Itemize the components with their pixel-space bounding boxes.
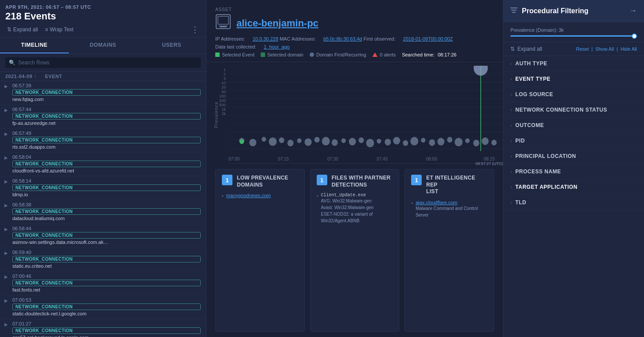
search-wrap: 🔍 — [5, 57, 201, 68]
svg-point-20 — [279, 137, 284, 143]
reset-button[interactable]: Reset — [576, 46, 589, 52]
event-row[interactable]: ▶ 06:57:49 NETWORK_CONNECTION rts.ssl2.d… — [0, 129, 206, 153]
search-input[interactable] — [18, 60, 197, 66]
event-row[interactable]: ▶ 06:58:44 NETWORK_CONNECTION asimov-win… — [0, 224, 206, 248]
data-last-value[interactable]: 1_hour_ago — [264, 44, 290, 49]
mac-value[interactable]: b5:0c:8b:30:63:4d — [323, 36, 362, 41]
filter-item[interactable]: › PRINCIPAL LOCATION — [503, 149, 644, 164]
first-observed-label: First observed: — [363, 36, 396, 41]
event-time: 06:59:40 — [12, 250, 201, 255]
et-domain-link[interactable]: ajax.cloudflare.com — [416, 200, 487, 205]
domain-link-1[interactable]: manygoodnews.com — [226, 193, 271, 198]
filter-chevron: › — [510, 77, 512, 82]
arrow-right-icon[interactable]: → — [629, 6, 637, 15]
event-row[interactable]: ▶ 06:58:04 NETWORK_CONNECTION cloudfront… — [0, 153, 206, 176]
svg-point-22 — [297, 139, 302, 143]
svg-point-41 — [465, 139, 470, 143]
asset-meta: IP Addresses: 10.0.30.228 MAC Addresses:… — [215, 36, 494, 41]
expand-arrow: ▶ — [4, 274, 8, 279]
svg-point-45 — [474, 66, 488, 76]
tab-timeline[interactable]: TIMELINE — [0, 37, 69, 53]
svg-point-31 — [377, 139, 381, 144]
filter-item[interactable]: › TARGET APPLICATION — [503, 180, 644, 195]
asset-label: ASSET — [215, 7, 494, 12]
card-item-3: • ajax.cloudflare.com Malware Command an… — [411, 200, 487, 218]
right-header: Procedural Filtering → — [503, 0, 644, 22]
svg-point-39 — [447, 137, 453, 142]
kebab-menu-button[interactable]: ⋮ — [189, 25, 201, 34]
asset-name[interactable]: alice-benjamin-pc — [236, 18, 318, 29]
filter-item[interactable]: › OUTCOME — [503, 118, 644, 133]
event-domain: static-doubleclick-net.l.google.com — [12, 311, 201, 316]
expand-arrow: ▶ — [4, 155, 8, 160]
filter-chevron: › — [510, 139, 512, 143]
svg-point-25 — [322, 137, 330, 145]
selected-domain-dot — [261, 52, 265, 57]
col-date-header[interactable]: 2021-04-09 ↑ — [5, 74, 45, 79]
tab-domains[interactable]: DOMAINS — [69, 37, 138, 53]
ip-value[interactable]: 10.0.30.228 — [253, 36, 278, 41]
domain-first-dot — [310, 52, 314, 57]
svg-point-17 — [249, 139, 256, 146]
svg-point-38 — [438, 138, 445, 146]
tab-users[interactable]: USERS — [137, 37, 206, 53]
event-row[interactable]: ▶ 06:58:38 NETWORK_CONNECTION datacloud.… — [0, 200, 206, 224]
chart-svg — [228, 66, 503, 154]
filter-item-label: AUTH TYPE — [515, 60, 547, 67]
data-last-meta: Data last collected: 1_hour_ago — [215, 44, 494, 49]
search-icon: 🔍 — [9, 60, 15, 66]
filter-item[interactable]: › EVENT TYPE — [503, 71, 644, 87]
event-row[interactable]: ▶ 07:00:53 NETWORK_CONNECTION static-dou… — [0, 296, 206, 319]
event-badge: NETWORK_CONNECTION — [12, 327, 201, 334]
wrap-text-button[interactable]: ≡ Wrap Text — [43, 26, 75, 34]
event-row[interactable]: ▶ 06:58:14 NETWORK_CONNECTION ldmp.io — [0, 176, 206, 200]
event-time: 07:01:27 — [12, 321, 201, 326]
filter-item[interactable]: › PROCESS NAME — [503, 164, 644, 180]
card-count-3: 1 — [411, 175, 422, 185]
svg-point-34 — [403, 140, 408, 146]
svg-point-24 — [315, 137, 320, 142]
right-panel: Procedural Filtering → Prevalence (Domai… — [503, 0, 644, 337]
alerts-dot — [372, 52, 378, 57]
event-badge: NETWORK_CONNECTION — [12, 137, 201, 143]
hide-all-button[interactable]: Hide All — [621, 46, 637, 52]
asset-icon — [215, 14, 231, 33]
event-domain: new.fqtag.com — [12, 97, 201, 102]
event-badge: NETWORK_CONNECTION — [12, 303, 201, 310]
slider-thumb — [632, 34, 637, 39]
date-range: APR 9TH, 2021: 06:57 – 08:57 UTC — [5, 4, 201, 10]
filter-item-label: TLD — [515, 199, 526, 206]
filter-item[interactable]: › TLD — [503, 195, 644, 210]
filter-chevron: › — [510, 123, 512, 128]
show-all-button[interactable]: Show All — [595, 46, 614, 52]
event-row[interactable]: ▶ 06:57:39 NETWORK_CONNECTION new.fqtag.… — [0, 81, 206, 105]
event-row[interactable]: ▶ 06:59:40 NETWORK_CONNECTION static.eu.… — [0, 248, 206, 272]
tabs-bar: TIMELINE DOMAINS USERS — [0, 37, 206, 54]
filter-item-label: NETWORK CONNECTION STATUS — [515, 107, 607, 113]
event-row[interactable]: ▶ 06:57:44 NETWORK_CONNECTION fp-as.azur… — [0, 105, 206, 129]
first-observed-value[interactable]: 2018-01-09T00:00:00Z — [403, 36, 453, 41]
expand-all-button[interactable]: ⇅ Expand all — [5, 26, 40, 34]
filter-item[interactable]: › PID — [503, 133, 644, 149]
card-item-2: • Client_Update.exe AVG: Win32:Malware-g… — [317, 193, 393, 224]
event-row[interactable]: ▶ 07:01:27 NETWORK_CONNECTION gsp57-ssl-… — [0, 319, 206, 337]
slider-track[interactable] — [510, 35, 637, 37]
event-row[interactable]: ▶ 07:00:46 NETWORK_CONNECTION fast.fonts… — [0, 272, 206, 296]
event-list: ▶ 06:57:39 NETWORK_CONNECTION new.fqtag.… — [0, 81, 206, 337]
card-et-header: 1 ET INTELLIGENCE REPLIST — [411, 175, 487, 195]
slider-label: Prevalence (Domain): 3k — [510, 27, 637, 33]
prevalence-axis-label: Prevalence — [214, 101, 219, 128]
card-count-2: 1 — [317, 175, 327, 185]
filter-item[interactable]: › LOG SOURCE — [503, 87, 644, 102]
main-panel: ASSET alice-benjamin-pc IP Addresses: 10… — [206, 0, 503, 337]
expand-all-button-right[interactable]: ⇅ Expand all — [510, 46, 542, 52]
expand-arrow: ▶ — [4, 203, 8, 208]
event-domain: rts.ssl2.duapps.com — [12, 144, 201, 150]
svg-point-35 — [410, 137, 418, 145]
svg-point-28 — [349, 138, 356, 146]
filter-item[interactable]: › NETWORK CONNECTION STATUS — [503, 102, 644, 118]
filter-item[interactable]: › AUTH TYPE — [503, 56, 644, 71]
event-domain: cloudfront-vs-afd.azurefd.net — [12, 168, 201, 173]
expand-arrow: ▶ — [4, 108, 8, 112]
event-time: 06:57:39 — [12, 83, 201, 88]
